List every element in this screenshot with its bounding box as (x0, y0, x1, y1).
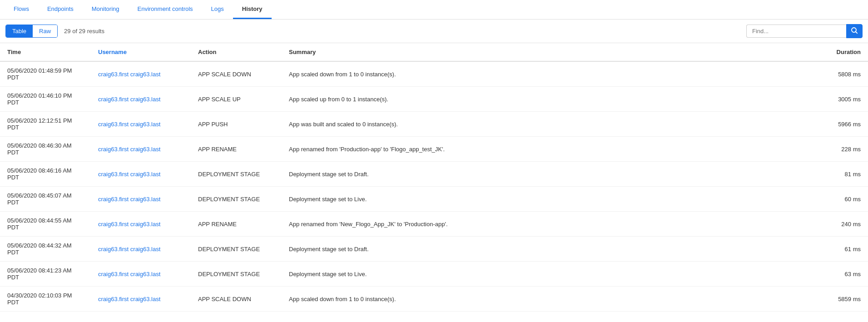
cell-time: 04/30/2020 02:07:42 PM PDT (0, 312, 91, 316)
raw-view-button[interactable]: Raw (33, 25, 57, 37)
cell-username: craig63.first craig63.last (91, 237, 191, 262)
cell-action: DEPLOYMENT STAGE (191, 237, 282, 262)
table-row: 04/30/2020 02:10:03 PM PDTcraig63.first … (0, 287, 868, 312)
table-row: 05/06/2020 01:48:59 PM PDTcraig63.first … (0, 61, 868, 87)
toolbar: Table Raw 29 of 29 results (0, 20, 868, 43)
search-input[interactable] (746, 25, 846, 38)
cell-action: APP PUSH (191, 112, 282, 137)
table-row: 05/06/2020 08:41:23 AM PDTcraig63.first … (0, 262, 868, 287)
cell-action: DEPLOYMENT STAGE (191, 162, 282, 187)
cell-summary: App renamed from 'New_Flogo_App_JK' to '… (282, 212, 809, 237)
cell-action: APP RENAME (191, 137, 282, 162)
cell-summary: App scaled down from 1 to 0 instance(s). (282, 287, 809, 312)
cell-time: 05/06/2020 01:46:10 PM PDT (0, 87, 91, 112)
cell-action: APP RENAME (191, 212, 282, 237)
table-header-row: Time Username Action Summary Duration (0, 43, 868, 61)
history-table: Time Username Action Summary Duration 05… (0, 43, 868, 315)
cell-action: DEPLOYMENT STAGE (191, 187, 282, 212)
cell-summary: App scaled up from 0 to 1 instance(s). (282, 87, 809, 112)
table-row: 05/06/2020 08:44:55 AM PDTcraig63.first … (0, 212, 868, 237)
cell-time: 05/06/2020 08:46:30 AM PDT (0, 137, 91, 162)
tab-monitoring[interactable]: Monitoring (83, 0, 129, 19)
cell-summary: Deployment stage set to Draft. (282, 162, 809, 187)
cell-username: craig63.first craig63.last (91, 312, 191, 316)
cell-duration: 61 ms (809, 237, 868, 262)
cell-username: craig63.first craig63.last (91, 262, 191, 287)
table-row: 05/06/2020 12:12:51 PM PDTcraig63.first … (0, 112, 868, 137)
cell-summary: Deployment stage set to Live. (282, 262, 809, 287)
tab-history[interactable]: History (233, 0, 272, 19)
cell-duration: 5859 ms (809, 287, 868, 312)
cell-duration: 3005 ms (809, 87, 868, 112)
tab-logs[interactable]: Logs (202, 0, 233, 19)
svg-line-1 (856, 32, 858, 34)
col-header-time: Time (0, 43, 91, 61)
cell-username: craig63.first craig63.last (91, 112, 191, 137)
tab-environment-controls[interactable]: Environment controls (128, 0, 202, 19)
cell-summary: Deployment stage set to Live. (282, 187, 809, 212)
search-area (746, 24, 863, 38)
cell-duration: 5808 ms (809, 61, 868, 87)
cell-duration: 63 ms (809, 262, 868, 287)
cell-username: craig63.first craig63.last (91, 61, 191, 87)
cell-duration: 9978 ms (809, 312, 868, 316)
tab-endpoints[interactable]: Endpoints (38, 0, 83, 19)
results-count: 29 of 29 results (64, 28, 104, 35)
table-row: 05/06/2020 08:46:16 AM PDTcraig63.first … (0, 162, 868, 187)
table-view-button[interactable]: Table (6, 25, 33, 37)
cell-time: 04/30/2020 02:10:03 PM PDT (0, 287, 91, 312)
col-header-summary: Summary (282, 43, 809, 61)
cell-time: 05/06/2020 01:48:59 PM PDT (0, 61, 91, 87)
col-header-username: Username (91, 43, 191, 61)
cell-action: APP SCALE DOWN (191, 287, 282, 312)
cell-summary: App scaled up from 0 to 1 instance(s). (282, 312, 809, 316)
cell-time: 05/06/2020 08:45:07 AM PDT (0, 187, 91, 212)
cell-action: DEPLOYMENT STAGE (191, 262, 282, 287)
table-body: 05/06/2020 01:48:59 PM PDTcraig63.first … (0, 61, 868, 315)
cell-action: APP SCALE UP (191, 312, 282, 316)
view-toggle-group: Table Raw (5, 25, 58, 38)
search-icon (851, 27, 858, 34)
table-row: 05/06/2020 08:44:32 AM PDTcraig63.first … (0, 237, 868, 262)
cell-username: craig63.first craig63.last (91, 287, 191, 312)
cell-username: craig63.first craig63.last (91, 87, 191, 112)
cell-username: craig63.first craig63.last (91, 212, 191, 237)
cell-summary: App scaled down from 1 to 0 instance(s). (282, 61, 809, 87)
cell-action: APP SCALE DOWN (191, 61, 282, 87)
cell-duration: 228 ms (809, 137, 868, 162)
cell-summary: App was built and scaled to 0 instance(s… (282, 112, 809, 137)
table-row: 05/06/2020 08:45:07 AM PDTcraig63.first … (0, 187, 868, 212)
cell-time: 05/06/2020 08:44:32 AM PDT (0, 237, 91, 262)
search-button[interactable] (846, 24, 863, 38)
cell-username: craig63.first craig63.last (91, 162, 191, 187)
cell-time: 05/06/2020 08:41:23 AM PDT (0, 262, 91, 287)
cell-action: APP SCALE UP (191, 87, 282, 112)
cell-username: craig63.first craig63.last (91, 187, 191, 212)
cell-username: craig63.first craig63.last (91, 137, 191, 162)
cell-duration: 5966 ms (809, 112, 868, 137)
col-header-action: Action (191, 43, 282, 61)
cell-summary: Deployment stage set to Draft. (282, 237, 809, 262)
cell-duration: 81 ms (809, 162, 868, 187)
cell-duration: 60 ms (809, 187, 868, 212)
history-table-container: Time Username Action Summary Duration 05… (0, 43, 868, 315)
cell-time: 05/06/2020 12:12:51 PM PDT (0, 112, 91, 137)
cell-time: 05/06/2020 08:46:16 AM PDT (0, 162, 91, 187)
nav-tabs: Flows Endpoints Monitoring Environment c… (0, 0, 868, 20)
cell-summary: App renamed from 'Production-app' to 'Fl… (282, 137, 809, 162)
cell-duration: 240 ms (809, 212, 868, 237)
table-row: 05/06/2020 08:46:30 AM PDTcraig63.first … (0, 137, 868, 162)
table-row: 05/06/2020 01:46:10 PM PDTcraig63.first … (0, 87, 868, 112)
table-row: 04/30/2020 02:07:42 PM PDTcraig63.first … (0, 312, 868, 316)
tab-flows[interactable]: Flows (5, 0, 38, 19)
cell-time: 05/06/2020 08:44:55 AM PDT (0, 212, 91, 237)
col-header-duration: Duration (809, 43, 868, 61)
